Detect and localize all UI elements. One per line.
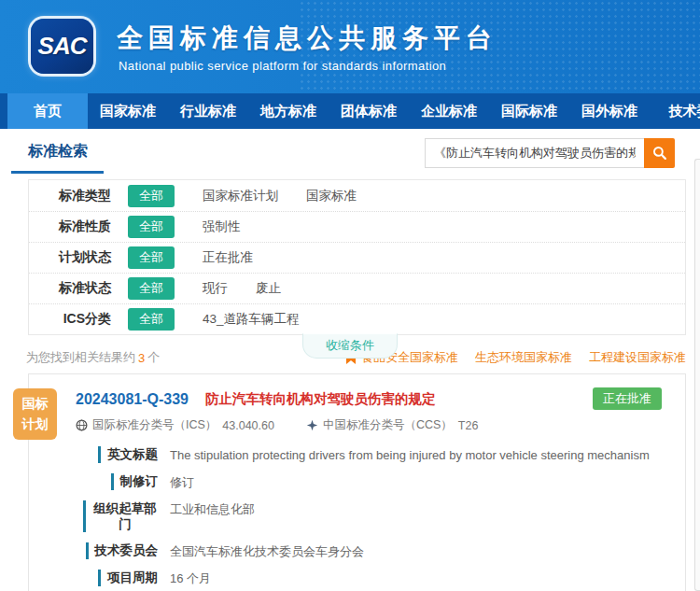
compass-icon [306, 419, 318, 431]
card-details: 英文标题 The stipulation protecting drivers … [29, 433, 685, 586]
label-bar [111, 473, 114, 490]
filter-option[interactable]: 国家标准计划 [203, 188, 278, 204]
nav-item-international-standards[interactable]: 国际标准 [489, 93, 569, 129]
filter-label: 标准状态 [46, 280, 111, 297]
detail-value: 工业和信息化部 [170, 500, 255, 532]
site-title: 全国标准信息公共服务平台 [117, 21, 497, 56]
search-box [425, 138, 675, 168]
search-section: 标准检索 [0, 136, 700, 181]
detail-row-drafting-department: 组织起草部门 工业和信息化部 [68, 500, 685, 532]
label-bar [98, 446, 101, 463]
results-count-prefix: 为您找到相关结果约 [26, 349, 135, 366]
main-nav: 首页 国家标准 行业标准 地方标准 团体标准 企业标准 国际标准 国外标准 技术… [0, 93, 700, 129]
side-panel-edge[interactable] [694, 159, 700, 591]
detail-row-revision-type: 制修订 修订 [68, 473, 685, 490]
nav-gap [0, 129, 700, 136]
section-title-underline [11, 171, 104, 174]
status-badge: 正在批准 [593, 387, 662, 410]
quick-link-eco-environment[interactable]: 生态环境国家标准 [475, 349, 572, 366]
detail-value: The stipulation protecting drivers from … [170, 446, 650, 463]
detail-value: 修订 [170, 473, 194, 490]
results-count-suffix: 个 [147, 349, 160, 366]
results-count: 3 [135, 351, 147, 365]
filter-option[interactable]: 正在批准 [203, 249, 253, 266]
filter-label: 计划状态 [46, 249, 111, 266]
page: SAC 全国标准信息公共服务平台 National public service… [0, 0, 700, 591]
filter-row-ics-category: ICS分类 全部 43_道路车辆工程 [29, 303, 685, 334]
card-head: 20243081-Q-339 防止汽车转向机构对驾驶员伤害的规定 [29, 374, 685, 408]
magnifier-icon [652, 146, 667, 161]
detail-row-project-period: 项目周期 16 个月 [68, 570, 685, 586]
ics-value: 43.040.60 [222, 419, 274, 432]
label-bar [98, 570, 101, 586]
quick-links: 食品安全国家标准 生态环境国家标准 工程建设国家标准 [346, 349, 686, 366]
filter-option[interactable]: 43_道路车辆工程 [203, 311, 300, 328]
filter-label: 标准性质 [46, 218, 111, 235]
filter-row-plan-status: 计划状态 全部 正在批准 [29, 242, 685, 273]
detail-row-english-title: 英文标题 The stipulation protecting drivers … [68, 446, 685, 463]
ccs-value: T26 [458, 419, 479, 432]
nav-item-technical-committee[interactable]: 技术委 [650, 93, 700, 129]
quick-link-engineering[interactable]: 工程建设国家标准 [589, 349, 686, 366]
filter-row-standard-status: 标准状态 全部 现行 废止 [29, 273, 685, 303]
filter-panel: 标准类型 全部 国家标准计划 国家标准 标准性质 全部 强制性 计划状态 全部 … [28, 179, 686, 335]
filter-option[interactable]: 强制性 [203, 218, 241, 235]
filter-option[interactable]: 现行 [203, 280, 228, 297]
nav-item-enterprise-standards[interactable]: 企业标准 [409, 93, 489, 129]
filter-all-button[interactable]: 全部 [128, 308, 175, 331]
nav-item-home[interactable]: 首页 [7, 93, 88, 129]
detail-label: 项目周期 [107, 570, 158, 586]
detail-label: 组织起草部门 [92, 500, 158, 532]
detail-label: 英文标题 [107, 446, 158, 463]
section-title-standard-search: 标准检索 [28, 142, 88, 162]
search-input[interactable] [425, 138, 644, 168]
sac-logo[interactable]: SAC [31, 19, 93, 74]
nav-item-industry-standards[interactable]: 行业标准 [168, 93, 248, 129]
national-plan-badge: 国标 计划 [13, 388, 57, 440]
detail-row-technical-committee: 技术委员会 全国汽车标准化技术委员会车身分会 [68, 542, 685, 559]
filter-label: ICS分类 [46, 311, 111, 328]
nav-item-national-standards[interactable]: 国家标准 [88, 93, 168, 129]
ccs-label: 中国标准分类号（CCS） [323, 417, 453, 433]
label-bar [86, 542, 89, 559]
filter-row-standard-nature: 标准性质 全部 强制性 [29, 211, 685, 242]
ics-label: 国际标准分类号（ICS） [92, 417, 217, 433]
search-button[interactable] [644, 138, 675, 168]
result-card: 国标 计划 正在批准 20243081-Q-339 防止汽车转向机构对驾驶员伤害… [28, 373, 686, 591]
filter-all-button[interactable]: 全部 [128, 246, 175, 269]
nav-item-group-standards[interactable]: 团体标准 [329, 93, 409, 129]
label-bar [83, 500, 86, 532]
standard-title-link[interactable]: 防止汽车转向机构对驾驶员伤害的规定 [205, 390, 436, 408]
filter-all-button[interactable]: 全部 [128, 277, 175, 300]
detail-value: 16 个月 [170, 570, 211, 586]
detail-label: 制修订 [120, 473, 159, 490]
badge-line1: 国标 [22, 394, 49, 415]
classification-line: 国际标准分类号（ICS） 43.040.60 中国标准分类号（CCS） T26 [29, 408, 685, 433]
detail-label: 技术委员会 [95, 542, 159, 559]
filter-label: 标准类型 [46, 188, 111, 204]
filter-all-button[interactable]: 全部 [128, 216, 175, 238]
nav-item-foreign-standards[interactable]: 国外标准 [569, 93, 650, 129]
filter-all-button[interactable]: 全部 [128, 185, 175, 207]
globe-icon [76, 419, 88, 431]
sac-logo-text: SAC [38, 32, 87, 61]
standard-number-link[interactable]: 20243081-Q-339 [76, 391, 189, 408]
badge-line2: 计划 [22, 415, 49, 435]
header: SAC 全国标准信息公共服务平台 National public service… [0, 0, 700, 93]
nav-item-local-standards[interactable]: 地方标准 [248, 93, 329, 129]
collapse-conditions-button[interactable]: 收缩条件 [302, 333, 398, 359]
filter-option[interactable]: 国家标准 [306, 188, 357, 204]
filter-option[interactable]: 废止 [256, 280, 281, 297]
site-subtitle: National public service platform for sta… [119, 59, 446, 73]
detail-value: 全国汽车标准化技术委员会车身分会 [170, 542, 364, 559]
filter-row-standard-type: 标准类型 全部 国家标准计划 国家标准 [29, 180, 685, 211]
